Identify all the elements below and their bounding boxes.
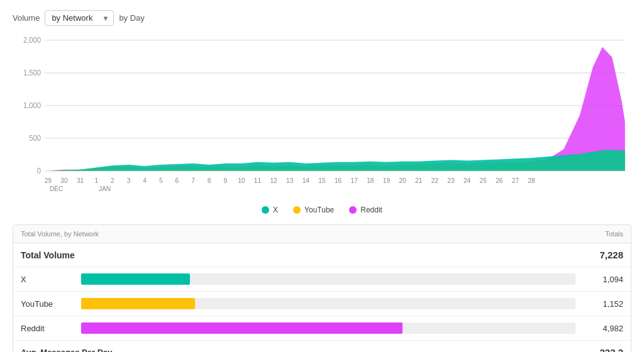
svg-text:DEC: DEC [50,185,64,192]
total-volume-value: 7,228 [599,250,623,260]
svg-text:23: 23 [447,177,455,184]
table-row-x: X 1,094 [13,267,631,292]
svg-text:3: 3 [127,177,131,184]
x-row-label: X [21,275,71,284]
svg-text:19: 19 [383,177,391,184]
svg-text:14: 14 [303,177,310,184]
network-dropdown-wrap[interactable]: by Network by Platform by Type ▼ [45,10,114,26]
svg-text:22: 22 [431,177,439,184]
youtube-legend-label: YouTube [304,206,334,214]
volume-label: Volume [13,13,40,23]
x-bar [81,273,190,285]
svg-text:500: 500 [29,134,41,142]
x-legend-dot [262,206,269,214]
reddit-legend-dot [349,206,357,214]
main-container: Volume by Network by Platform by Type ▼ … [0,0,644,352]
svg-text:10: 10 [238,177,245,184]
svg-text:31: 31 [77,177,84,184]
table-header-left: Total Volume, by Network [21,230,99,238]
svg-text:25: 25 [480,177,487,184]
avg-messages-row: Avg. Messages Per Day 233.2 [13,341,631,352]
svg-text:5: 5 [159,177,163,184]
area-chart: 2,000 1,500 1,000 500 0 29 30 31 1 2 3 4… [13,33,631,197]
reddit-bar-container [81,322,575,334]
svg-text:4: 4 [143,177,147,184]
svg-text:11: 11 [254,177,262,184]
reddit-row-value: 4,982 [586,324,623,333]
chart-legend: X YouTube Reddit [13,199,631,224]
svg-text:12: 12 [270,177,277,184]
x-legend-label: X [273,206,278,214]
svg-text:7: 7 [191,177,195,184]
svg-text:28: 28 [528,177,535,184]
svg-text:JAN: JAN [99,185,111,192]
svg-text:21: 21 [415,177,423,184]
youtube-legend-dot [293,206,301,214]
svg-text:0: 0 [37,167,41,175]
svg-text:8: 8 [208,177,211,184]
svg-text:2,000: 2,000 [23,36,41,44]
svg-text:15: 15 [318,177,326,184]
youtube-row-value: 1,152 [586,299,623,309]
svg-text:20: 20 [399,177,406,184]
svg-text:9: 9 [223,177,227,184]
total-volume-label: Total Volume [21,250,75,260]
table-row-youtube: YouTube 1,152 [13,292,631,316]
x-row-value: 1,094 [586,275,623,284]
network-dropdown[interactable]: by Network by Platform by Type [45,10,114,26]
svg-text:1,000: 1,000 [23,101,41,109]
svg-text:24: 24 [464,177,471,184]
svg-text:26: 26 [496,177,503,184]
table-header: Total Volume, by Network Totals [13,225,631,243]
svg-text:18: 18 [367,177,374,184]
table-header-right: Totals [605,230,623,238]
total-volume-row: Total Volume 7,228 [13,243,631,267]
svg-text:13: 13 [286,177,294,184]
svg-text:29: 29 [45,177,52,184]
svg-text:1: 1 [94,177,98,184]
youtube-bar [81,298,195,309]
svg-text:17: 17 [351,177,358,184]
legend-item-youtube: YouTube [293,206,334,214]
svg-text:16: 16 [335,177,342,184]
svg-text:1,500: 1,500 [23,69,41,77]
table-row-reddit: Reddit 4,982 [13,316,631,341]
svg-text:6: 6 [175,177,179,184]
svg-text:2: 2 [111,177,114,184]
data-table: Total Volume, by Network Totals Total Vo… [13,224,631,352]
legend-item-x: X [262,206,278,214]
svg-text:30: 30 [60,177,68,184]
legend-item-reddit: Reddit [349,206,382,214]
avg-label: Avg. Messages Per Day [21,348,112,352]
by-day-label: by Day [119,13,144,23]
reddit-legend-label: Reddit [360,206,382,214]
controls-bar: Volume by Network by Platform by Type ▼ … [13,10,631,26]
avg-value: 233.2 [599,347,623,352]
reddit-row-label: Reddit [21,324,71,333]
svg-text:27: 27 [512,177,519,184]
chart-area: 2,000 1,500 1,000 500 0 29 30 31 1 2 3 4… [13,33,631,197]
x-bar-container [81,273,575,285]
youtube-bar-container [81,298,575,309]
reddit-bar [81,322,402,334]
youtube-row-label: YouTube [21,299,71,309]
